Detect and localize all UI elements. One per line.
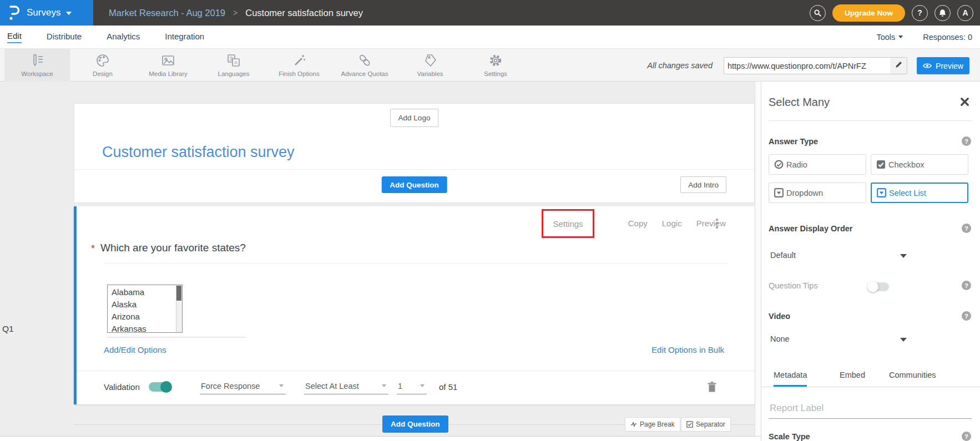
add-question-button-bottom[interactable]: Add Question [382, 415, 448, 433]
edit-url-pencil-icon[interactable] [890, 60, 907, 71]
tools-label: Tools [876, 33, 895, 42]
question-settings-action[interactable]: Settings [553, 219, 583, 229]
chevron-down-icon[interactable] [900, 338, 907, 342]
survey-header-card: Add Logo Customer satisfaction survey Ad… [74, 103, 755, 203]
min-count-select[interactable]: 1 [397, 378, 427, 394]
answer-type-checkbox[interactable]: Checkbox [871, 154, 968, 175]
question-tips-toggle[interactable] [868, 282, 889, 291]
page-break-label: Page Break [640, 420, 675, 428]
toolbar-item-workspace[interactable]: Workspace [4, 49, 70, 82]
palette-icon [95, 53, 110, 68]
question-logic-action[interactable]: Logic [662, 219, 682, 228]
toolbar-item-label: Design [93, 70, 113, 77]
list-scrollbar[interactable] [176, 285, 182, 332]
list-option[interactable]: Alaska [108, 298, 176, 311]
question-tips-label: Question Tips [769, 281, 818, 290]
bell-icon [938, 9, 947, 17]
toolbar-item-settings[interactable]: Settings [463, 49, 528, 82]
survey-nav: Edit Distribute Analytics Integration To… [0, 26, 980, 48]
answer-select-list[interactable]: Alabama Alaska Arizona Arkansas [107, 285, 183, 333]
question-tips-help-icon[interactable]: ? [962, 281, 971, 290]
answer-type-dropdown[interactable]: Dropdown [769, 183, 866, 203]
scale-type-help-icon[interactable]: ? [962, 432, 971, 441]
add-edit-options-link[interactable]: Add/Edit Options [104, 345, 166, 354]
breadcrumb-folder[interactable]: Market Research - Aug 2019 [109, 8, 225, 18]
list-option[interactable]: Arkansas [108, 323, 176, 333]
display-order-select[interactable]: Default [770, 251, 796, 260]
questionpro-logo-icon [7, 5, 21, 21]
tab-communities[interactable]: Communities [889, 371, 936, 385]
panel-title: Select Many [769, 96, 830, 109]
display-order-help-icon[interactable]: ? [962, 224, 971, 233]
image-icon [161, 53, 175, 68]
survey-url-box [724, 57, 907, 74]
save-status: All changes saved [647, 61, 713, 70]
divider [74, 169, 754, 170]
survey-title[interactable]: Customer satisfaction survey [102, 144, 295, 161]
notifications-button[interactable] [934, 5, 951, 21]
answer-type-help-icon[interactable]: ? [962, 136, 971, 146]
separator-label: Separator [696, 420, 725, 428]
video-select[interactable]: None [770, 334, 790, 343]
tab-embed[interactable]: Embed [840, 371, 865, 385]
answer-type-label-text: Select List [889, 189, 926, 197]
edit-options-in-bulk-link[interactable]: Edit Options in Bulk [651, 345, 724, 354]
chevron-down-icon[interactable] [900, 254, 907, 258]
select-rule-select[interactable]: Select At Least [304, 378, 388, 394]
answer-type-radio[interactable]: Radio [769, 154, 866, 175]
validation-toggle[interactable] [149, 382, 171, 392]
toolbar-item-design[interactable]: Design [70, 49, 135, 82]
survey-url-input[interactable] [724, 58, 890, 74]
report-label-input[interactable] [769, 401, 972, 419]
question-more-menu[interactable] [715, 219, 719, 229]
radio-check-icon [774, 160, 784, 169]
tools-menu[interactable]: Tools [876, 33, 903, 42]
tab-edit[interactable]: Edit [7, 31, 22, 43]
tab-distribute[interactable]: Distribute [47, 32, 82, 43]
surveys-menu[interactable]: Surveys [0, 0, 93, 26]
chevron-down-icon [382, 384, 386, 387]
toolbar-item-variables[interactable]: Variables [397, 49, 463, 82]
list-option[interactable]: Alabama [108, 286, 176, 298]
tab-metadata[interactable]: Metadata [774, 371, 807, 387]
search-button[interactable] [810, 5, 826, 21]
canvas-scrollbar[interactable] [755, 82, 761, 441]
question-copy-action[interactable]: Copy [628, 219, 648, 228]
force-response-select[interactable]: Force Response [200, 378, 286, 394]
toolbar-item-label: Finish Options [279, 70, 320, 77]
chevron-down-icon [898, 36, 903, 38]
list-option[interactable]: Arizona [108, 311, 176, 323]
delete-question-button[interactable] [707, 381, 717, 395]
chevron-down-icon [66, 12, 72, 15]
page-break-button[interactable]: Page Break [625, 417, 680, 432]
help-button[interactable]: ? [912, 5, 928, 21]
question-underline [104, 263, 728, 263]
editor-canvas: Q1 Add Logo Customer satisfaction survey… [0, 82, 761, 441]
toolbar-item-media-library[interactable]: Media Library [135, 49, 201, 82]
workspace-icon [30, 53, 44, 68]
add-intro-button[interactable]: Add Intro [680, 176, 726, 193]
add-logo-button[interactable]: Add Logo [390, 109, 439, 127]
separator-button[interactable]: Separator [681, 417, 731, 432]
upgrade-now-button[interactable]: Upgrade Now [832, 4, 905, 22]
toolbar-item-label: Advance Quotas [341, 70, 388, 77]
required-asterisk: * [91, 243, 95, 255]
tab-integration[interactable]: Integration [165, 32, 204, 43]
question-preview-action[interactable]: Preview [696, 219, 726, 228]
question-text[interactable]: Which are your favorite states? [100, 242, 246, 254]
preview-button[interactable]: Preview [917, 57, 969, 74]
panel-tabs: Metadata Embed Communities [761, 365, 980, 387]
answer-type-select-list[interactable]: Select List [871, 183, 968, 203]
toolbar-item-advance-quotas[interactable]: Advance Quotas [332, 49, 397, 82]
responses-count: Responses: 0 [923, 33, 972, 42]
toolbar-item-finish-options[interactable]: Finish Options [266, 49, 332, 82]
close-panel-button[interactable] [959, 97, 970, 109]
question-card: Settings Copy Logic Preview * Which are … [74, 206, 755, 404]
answer-type-options: Radio Checkbox Dropdown Select List [769, 154, 972, 203]
video-help-icon[interactable]: ? [962, 311, 971, 321]
page-break-icon [630, 421, 637, 428]
avatar[interactable]: A [957, 5, 973, 21]
toolbar-item-languages[interactable]: 文 A Languages [201, 49, 266, 82]
tab-analytics[interactable]: Analytics [107, 32, 140, 43]
add-question-button-top[interactable]: Add Question [381, 176, 447, 193]
